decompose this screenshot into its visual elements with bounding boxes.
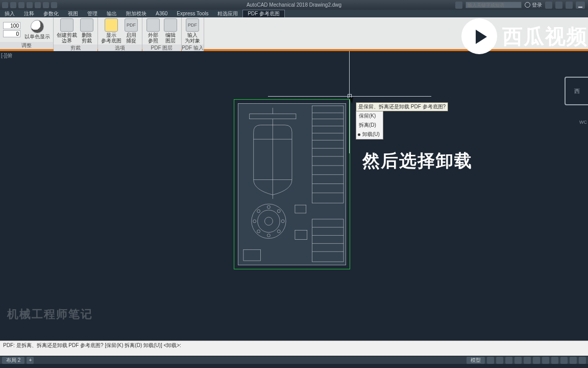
svg-point-29 [257,210,260,213]
menu-item[interactable]: 附加模块 [121,10,151,17]
status-btn[interactable] [533,357,540,364]
qat-btn[interactable] [2,2,8,8]
snap-icon: PDF [125,18,138,32]
status-btn[interactable] [542,357,549,364]
user-icon [525,2,530,8]
user-login[interactable]: 登录 [525,2,542,9]
minimize-button[interactable] [576,2,585,9]
menu-item[interactable]: 精选应用 [213,10,242,17]
svg-point-22 [252,204,286,238]
ribbon-group-pdfimport: PDF 输入 为对象 PDF 输入 [182,17,204,49]
drawing-canvas[interactable]: [-][俯 西 WC [0,51,588,340]
svg-rect-0 [312,106,344,203]
option-keep[interactable]: 保留(K) [356,111,383,121]
btn-edit-layer[interactable]: 编辑 图层 [163,18,178,43]
layout-tab[interactable]: 布局 2 [2,357,24,364]
option-unload[interactable]: 卸载(U) [356,130,383,139]
menu-item-selected[interactable]: PDF 参考底图 [242,10,285,17]
menu-item[interactable]: A360 [151,10,172,17]
btn-mono[interactable]: 以单色显示 [24,20,50,40]
svg-rect-35 [295,231,307,240]
clip-create-icon [60,18,74,32]
qat [0,2,59,8]
group-label: 选项 [98,44,142,52]
clip-delete-icon [80,18,93,32]
qat-btn[interactable] [10,2,16,8]
menu-item[interactable]: 输出 [102,10,121,17]
help-icon[interactable] [566,2,573,9]
qat-btn[interactable] [27,2,33,8]
svg-point-26 [267,234,270,237]
svg-rect-34 [295,205,306,213]
app-title: AutoCAD Mechanical 2018 Drawing2.dwg [247,2,341,8]
cmd-current-line: PDF: 是拆离、拆离还是卸载 PDF 参考底图? [保留(K) 拆离(D) 卸… [3,342,585,349]
status-btn[interactable] [560,357,568,364]
svg-point-32 [277,230,280,233]
ribbon-group-options: 显示 参考底图 PDF 启用 捕捉 选项 [98,17,142,49]
status-btn[interactable] [524,357,531,364]
svg-point-31 [257,230,260,233]
pdf-underlay[interactable] [238,103,346,265]
titlebar-btn[interactable] [455,2,462,9]
menubar: 插入 注释 参数化 视图 管理 输出 附加模块 A360 Express Too… [0,10,588,17]
model-button[interactable]: 模型 [467,357,485,364]
btn-show-underlay[interactable]: 显示 参考底图 [101,18,121,43]
dynamic-prompt: 是保留、拆离还是卸载 PDF 参考底图? [356,102,448,111]
watermark-logo: 西瓜视频 [461,18,588,54]
option-detach[interactable]: 拆离(D) [356,121,383,130]
btn-enable-snap[interactable]: PDF 启用 捕捉 [124,18,139,43]
status-btn[interactable] [496,357,503,364]
ribbon-group-clip: 创建剪裁 边界 删除 剪裁 剪裁 [54,17,98,49]
fade-controls [3,22,20,37]
group-label: 剪裁 [54,44,97,52]
group-label: 调整 [0,42,53,49]
ribbon-group-pdflayer: 外部 参照 编辑 图层 PDF 图层 [142,17,182,49]
svg-rect-17 [250,114,296,119]
play-icon [461,18,497,54]
qat-btn[interactable] [43,2,49,8]
titlebar-btn[interactable] [545,2,552,9]
menu-item[interactable]: 管理 [83,10,102,17]
status-btn[interactable] [579,357,586,364]
wcs-label: WC [579,120,587,125]
svg-rect-33 [243,249,261,261]
qat-btn[interactable] [35,2,41,8]
layer-edit-icon [164,18,177,32]
svg-point-23 [258,210,280,233]
titlebar-btn[interactable] [555,2,562,9]
xref-icon [146,18,160,32]
status-btn[interactable] [514,357,522,364]
svg-rect-12 [312,219,344,262]
command-line[interactable]: PDF: 是拆离、拆离还是卸载 PDF 参考底图? [保留(K) 拆离(D) 卸… [0,340,588,356]
svg-point-27 [253,220,256,223]
menu-item[interactable]: Express Tools [172,10,213,17]
qat-btn[interactable] [51,2,57,8]
option-popup: 保留(K) 拆离(D) 卸载(U) [356,111,383,140]
status-btn[interactable] [551,357,558,364]
menu-item[interactable]: 参数化 [39,10,63,17]
titlebar: AutoCAD Mechanical 2018 Drawing2.dwg 登录 [0,0,588,10]
viewport-label: [-][俯 [1,52,12,59]
btn-import-object[interactable]: PDF 输入 为对象 [185,18,200,43]
btn-create-clip[interactable]: 创建剪裁 边界 [57,18,77,43]
status-btn[interactable] [505,357,512,364]
fade-input-bottom[interactable] [3,30,20,37]
menu-item[interactable]: 注释 [19,10,39,17]
menu-item[interactable]: 插入 [0,10,19,17]
contrast-icon [31,20,44,33]
fade-input-top[interactable] [3,22,20,29]
status-bar: 布局 2 + 模型 [0,356,588,364]
status-btn[interactable] [570,357,577,364]
qat-btn[interactable] [18,2,24,8]
watermark-text: 西瓜视频 [502,22,588,51]
viewcube[interactable]: 西 [565,77,588,105]
btn-delete-clip[interactable]: 删除 剪裁 [79,18,94,43]
user-label: 登录 [532,2,542,9]
btn-xref[interactable]: 外部 参照 [145,18,161,43]
mechanical-drawing [238,104,346,264]
show-icon [105,18,118,32]
add-layout-tab[interactable]: + [27,357,34,364]
menu-item[interactable]: 视图 [63,10,83,17]
status-btn[interactable] [487,357,494,364]
search-input[interactable] [465,2,522,8]
